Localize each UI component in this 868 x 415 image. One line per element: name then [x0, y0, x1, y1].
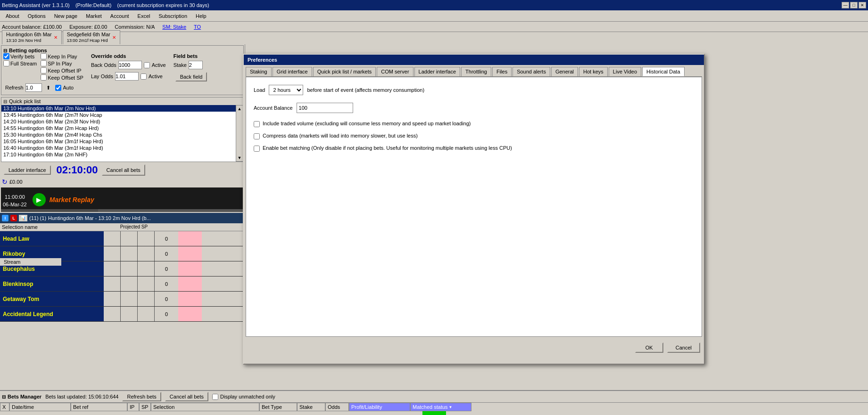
- selection-name-3[interactable]: Blenkinsop: [0, 277, 104, 291]
- refresh-bets-button[interactable]: Refresh bets: [122, 392, 161, 401]
- scrollbar[interactable]: ▲ ▼: [236, 105, 243, 162]
- selection-name-4[interactable]: Getaway Tom: [0, 292, 104, 306]
- pick-item-2[interactable]: 14:20 Huntingdon 6th Mar (2m3f Nov Hrd): [1, 118, 236, 125]
- quick-pick-list[interactable]: 13:10 Huntingdon 6th Mar (2m Nov Hrd) 13…: [1, 105, 236, 162]
- auto-checkbox[interactable]: [55, 85, 61, 91]
- tab-quick-pick[interactable]: Quick pick list / markets: [313, 67, 376, 76]
- bets-col-odds[interactable]: Odds: [325, 403, 349, 411]
- lay-odds-input[interactable]: [115, 72, 139, 81]
- play-button[interactable]: ▶: [33, 193, 46, 206]
- tab-huntingdon[interactable]: Huntingdon 6th Mar13:10 2m Nov Hrd ✕: [2, 30, 62, 44]
- full-stream-checkbox[interactable]: Full Stream: [3, 60, 37, 66]
- tab-files[interactable]: Files: [492, 67, 512, 76]
- stake-input[interactable]: [189, 61, 203, 69]
- bets-col-selection[interactable]: Selection: [151, 403, 259, 411]
- verify-bets-checkbox[interactable]: Verify bets: [3, 53, 37, 59]
- keep-offset-ip-checkbox[interactable]: Keep Offset IP: [41, 67, 83, 73]
- keep-in-play-input[interactable]: [41, 53, 47, 59]
- keep-offset-ip-input[interactable]: [41, 67, 47, 73]
- bets-col-ip[interactable]: IP: [127, 403, 139, 411]
- bets-col-datetime[interactable]: Date/time: [9, 403, 71, 411]
- keep-offset-sp-input[interactable]: [41, 74, 47, 81]
- bets-manager-collapse[interactable]: ⊟: [2, 394, 6, 399]
- tab-com-server[interactable]: COM server: [377, 67, 413, 76]
- pick-item-1[interactable]: 13:45 Huntingdon 6th Mar (2m7f Nov Hcap: [1, 112, 236, 118]
- scroll-down[interactable]: ▼: [238, 155, 242, 161]
- active1-checkbox[interactable]: [144, 62, 150, 68]
- bets-col-matchedstatus[interactable]: Matched status ▼: [410, 403, 471, 411]
- full-stream-input[interactable]: [3, 60, 9, 66]
- menu-account[interactable]: Account: [107, 12, 133, 20]
- menu-options[interactable]: Options: [24, 12, 50, 20]
- selection-name-0[interactable]: Head Law: [0, 231, 104, 246]
- menu-about[interactable]: About: [2, 12, 23, 20]
- cancel-button[interactable]: Cancel: [667, 342, 700, 353]
- bets-col-bettype[interactable]: Bet Type: [259, 403, 297, 411]
- back-field-button[interactable]: Back field: [175, 72, 207, 81]
- video-progress-bar[interactable]: [1, 209, 244, 212]
- matched-status-sort-icon[interactable]: ▼: [449, 405, 453, 409]
- enable-bet-matching-checkbox[interactable]: [254, 146, 260, 152]
- sm-stake-link[interactable]: SM: Stake: [162, 24, 186, 30]
- pick-item-7[interactable]: 17:10 Huntingdon 6th Mar (2m NHF): [1, 151, 236, 158]
- tab-sound-alerts[interactable]: Sound alerts: [513, 67, 550, 76]
- keep-in-play-checkbox[interactable]: Keep In Play: [41, 53, 83, 59]
- menu-new-page[interactable]: New page: [50, 12, 82, 20]
- compress-data-checkbox[interactable]: [254, 133, 260, 139]
- pick-item-3[interactable]: 14:55 Huntingdon 6th Mar (2m Hcap Hrd): [1, 125, 236, 131]
- pick-item-0[interactable]: 13:10 Huntingdon 6th Mar (2m Nov Hrd): [1, 105, 236, 112]
- pick-item-6[interactable]: 16:40 Huntingdon 6th Mar (3m1f Hcap Hrd): [1, 145, 236, 151]
- info-l-icon[interactable]: L: [10, 215, 17, 221]
- balance-refresh-icon[interactable]: ↻: [2, 178, 8, 186]
- betting-options-collapse[interactable]: ⊟: [3, 48, 7, 53]
- refresh-spinner[interactable]: ⬆: [44, 85, 53, 91]
- bets-col-betref[interactable]: Bet ref: [71, 403, 127, 411]
- close-button[interactable]: ✕: [859, 2, 866, 8]
- info-i-icon[interactable]: I: [2, 215, 8, 221]
- include-traded-volume-checkbox[interactable]: [254, 121, 260, 127]
- verify-bets-input[interactable]: [3, 53, 9, 59]
- chart-icon[interactable]: 📊: [19, 215, 27, 221]
- sp-in-play-checkbox[interactable]: SP In Play: [41, 60, 83, 66]
- bets-col-profitliability[interactable]: Profit/Liability: [349, 403, 410, 411]
- tab-sedgefield[interactable]: Sedgefield 6th Mar13:00 2m1f Hcap Hrd ✕: [63, 30, 120, 44]
- sp-in-play-input[interactable]: [41, 60, 47, 66]
- tab-general[interactable]: General: [551, 67, 578, 76]
- selection-name-5[interactable]: Accidental Legend: [0, 307, 104, 321]
- ok-button[interactable]: OK: [635, 342, 663, 353]
- maximize-button[interactable]: □: [850, 2, 858, 8]
- cancel-all-bets-button-bottom[interactable]: Cancel all bets: [165, 392, 208, 401]
- to-link[interactable]: TO: [194, 24, 201, 30]
- active2-checkbox[interactable]: [141, 73, 147, 80]
- cancel-all-bets-button[interactable]: Cancel all bets: [102, 164, 145, 176]
- tab-ladder-interface[interactable]: Ladder interface: [414, 67, 461, 76]
- account-balance-input[interactable]: [297, 103, 353, 113]
- tab-huntingdon-close[interactable]: ✕: [54, 35, 58, 40]
- scroll-up[interactable]: ▲: [238, 106, 242, 112]
- minimize-button[interactable]: —: [842, 2, 849, 8]
- tab-grid-interface[interactable]: Grid interface: [273, 67, 312, 76]
- tab-historical-data[interactable]: Historical Data: [642, 67, 685, 76]
- load-select[interactable]: 2 hours 4 hours 6 hours 12 hours 24 hour…: [269, 85, 303, 95]
- tab-sedgefield-close[interactable]: ✕: [112, 35, 116, 40]
- sel-sp-4: 0: [155, 292, 178, 306]
- display-unmatched-checkbox[interactable]: [212, 394, 218, 400]
- tab-staking[interactable]: Staking: [246, 67, 272, 76]
- menu-subscription[interactable]: Subscription: [155, 12, 191, 20]
- bets-col-x[interactable]: X: [0, 403, 9, 411]
- ladder-interface-button[interactable]: Ladder interface: [4, 165, 51, 175]
- quick-pick-collapse[interactable]: ⊟: [3, 99, 7, 104]
- menu-help[interactable]: Help: [192, 12, 210, 20]
- bets-col-sp[interactable]: SP: [139, 403, 151, 411]
- back-odds-input[interactable]: [118, 61, 142, 69]
- menu-market[interactable]: Market: [82, 12, 106, 20]
- keep-offset-sp-checkbox[interactable]: Keep Offset SP: [41, 74, 83, 81]
- tab-throttling[interactable]: Throttling: [461, 67, 491, 76]
- refresh-input[interactable]: [25, 83, 42, 92]
- tab-hot-keys[interactable]: Hot keys: [579, 67, 608, 76]
- pick-item-5[interactable]: 16:05 Huntingdon 6th Mar (3m1f Hcap Hrd): [1, 138, 236, 145]
- bets-col-stake[interactable]: Stake: [297, 403, 325, 411]
- pick-item-4[interactable]: 15:30 Huntingdon 6th Mar (2m4f Hcap Chs: [1, 131, 236, 138]
- tab-live-video[interactable]: Live Video: [609, 67, 641, 76]
- menu-excel[interactable]: Excel: [134, 12, 154, 20]
